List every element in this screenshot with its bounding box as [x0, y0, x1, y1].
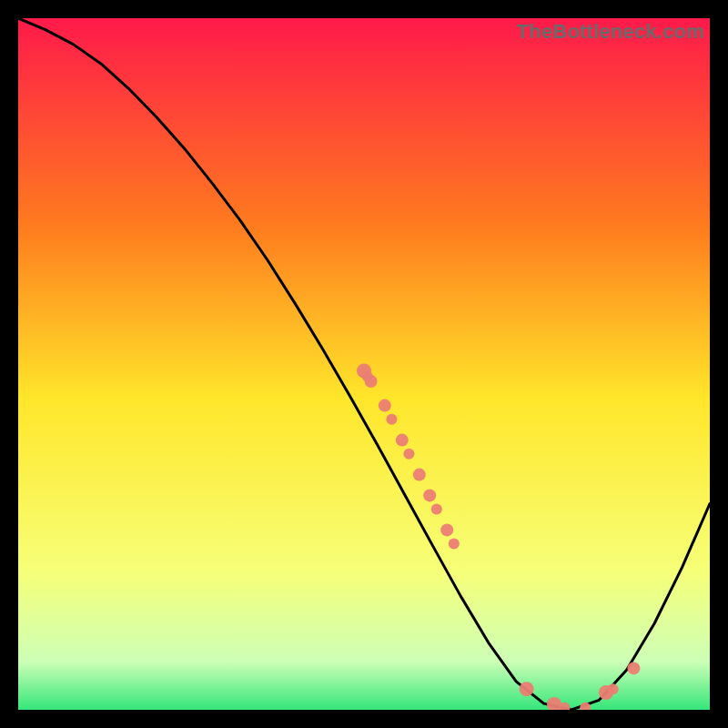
data-marker: [423, 489, 436, 501]
watermark-label: TheBottleneck.com: [517, 20, 704, 44]
data-marker: [627, 662, 640, 674]
data-marker: [396, 434, 409, 447]
data-marker: [413, 469, 426, 481]
chart-frame: TheBottleneck.com: [18, 18, 710, 710]
data-marker: [449, 539, 460, 550]
data-marker: [365, 375, 378, 388]
data-marker: [403, 449, 414, 460]
data-marker: [520, 682, 534, 696]
chart-canvas: [18, 18, 710, 710]
data-marker: [431, 504, 442, 515]
data-marker: [379, 399, 391, 412]
data-marker: [440, 523, 453, 536]
data-marker: [386, 414, 397, 425]
data-marker: [608, 683, 619, 694]
